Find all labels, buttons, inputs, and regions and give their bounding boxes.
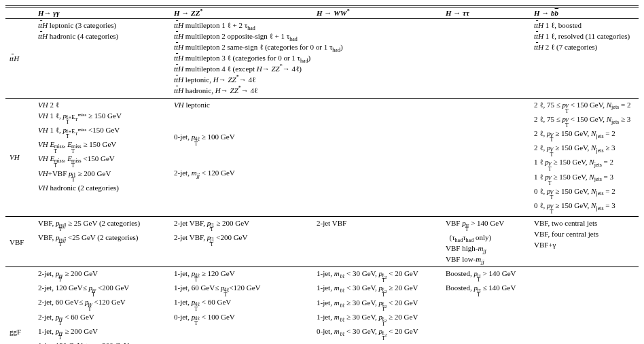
- cell-ggf-hgg: 2-jet, pγγT ≥ 200 GeV 2-jet, 120 GeV≤ pγ…: [34, 267, 170, 344]
- row-vh: VH VH 2 ℓ VH 1 ℓ, pℓ+ETmissT ≥ 150 GeV V…: [5, 98, 639, 217]
- cell-vbf-hbb: VBF, two central jets VBF, four central …: [530, 217, 639, 267]
- cell-vh-hgg: VH 2 ℓ VH 1 ℓ, pℓ+ETmissT ≥ 150 GeV VH 1…: [34, 98, 170, 217]
- row-label-vbf: VBF: [5, 217, 34, 267]
- cell-tth-hzz-hww-htt: ttH multilepton 1 ℓ + 2 τhad ttH multile…: [170, 19, 530, 99]
- header-hww: H → WW*: [312, 7, 442, 19]
- cell-vh-htt: [442, 98, 530, 217]
- cell-vbf-hzz: 2-jet VBF, pj1T ≥ 200 GeV 2-jet VBF, pj1…: [170, 217, 312, 267]
- row-vbf: VBF VBF, pγγjjT ≥ 25 GeV (2 categories) …: [5, 217, 639, 267]
- header-hgg: H→ γγ: [34, 7, 170, 19]
- cell-vh-hww: [312, 98, 442, 217]
- cell-ggf-hbb: [530, 267, 639, 344]
- row-label-vh: VH: [5, 98, 34, 217]
- row-label-tth: ttH: [5, 19, 34, 99]
- cell-vh-hzz: VH leptonic 0-jet, p4ℓT ≥ 100 GeV 2-jet,…: [170, 98, 312, 217]
- analysis-categories-table: H→ γγ H → ZZ* H → WW* H → ττ H → bb ttH …: [5, 5, 639, 344]
- header-htt: H → ττ: [442, 7, 530, 19]
- cell-ggf-htt: Boosted, pττT > 140 GeV Boosted, pττT ≤ …: [442, 267, 530, 344]
- cell-ggf-hww: 1-jet, mℓℓ < 30 GeV, pℓ2T < 20 GeV 1-jet…: [312, 267, 442, 344]
- row-label-ggf: ggF: [5, 267, 34, 344]
- cell-vbf-hgg: VBF, pγγjjT ≥ 25 GeV (2 categories) VBF,…: [34, 217, 170, 267]
- cell-vbf-hww: 2-jet VBF: [312, 217, 442, 267]
- row-ggf: ggF 2-jet, pγγT ≥ 200 GeV 2-jet, 120 GeV…: [5, 267, 639, 344]
- cell-vh-hbb: 2 ℓ, 75 ≤ pVT < 150 GeV, Njets = 2 2 ℓ, …: [530, 98, 639, 217]
- cell-tth-hbb: ttH 1 ℓ, boosted ttH 1 ℓ, resolved (11 c…: [530, 19, 639, 99]
- cell-ggf-hzz: 1-jet, p4ℓT ≥ 120 GeV 1-jet, 60 GeV≤ p4ℓ…: [170, 267, 312, 344]
- header-hzz: H → ZZ*: [170, 7, 312, 19]
- header-hbb: H → bb: [530, 7, 639, 19]
- header-row: H→ γγ H → ZZ* H → WW* H → ττ H → bb: [5, 7, 639, 19]
- cell-tth-hgg: ttH leptonic (3 categories) ttH hadronic…: [34, 19, 170, 99]
- row-tth: ttH ttH leptonic (3 categories) ttH hadr…: [5, 19, 639, 99]
- cell-vbf-htt: VBF pττT > 140 GeV (τhadτhad only) VBF h…: [442, 217, 530, 267]
- header-empty: [5, 7, 34, 19]
